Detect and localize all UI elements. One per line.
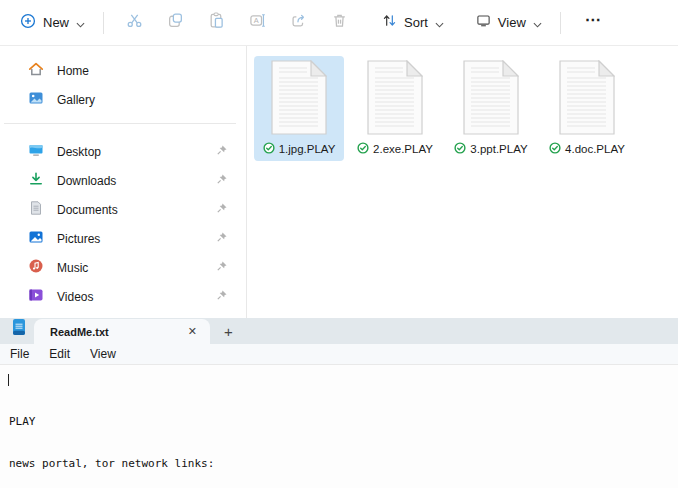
sidebar-item-label: Desktop (57, 145, 203, 159)
document-file-icon (559, 60, 615, 139)
file-label: 1.jpg.PLAY (263, 142, 336, 156)
menu-file[interactable]: File (0, 344, 39, 364)
music-icon (28, 258, 44, 277)
file-explorer-window: New (0, 0, 678, 318)
documents-icon (28, 200, 44, 219)
tab-title: ReadMe.txt (50, 326, 181, 338)
tab-readme[interactable]: ReadMe.txt ✕ (34, 319, 210, 344)
pin-icon (216, 202, 228, 217)
sort-button[interactable]: Sort (374, 7, 452, 38)
copy-icon (167, 12, 184, 33)
check-badge-icon (263, 142, 275, 156)
file-tile-2[interactable]: 2.exe.PLAY (350, 56, 440, 161)
close-tab-button[interactable]: ✕ (181, 323, 204, 340)
text-line: news portal, tor network links: (9, 457, 670, 471)
view-button-label: View (498, 15, 526, 30)
sidebar-item-label: Home (57, 64, 228, 78)
rename-button[interactable]: A (237, 6, 278, 40)
sidebar-item-label: Documents (57, 203, 203, 217)
file-name: 3.ppt.PLAY (470, 143, 527, 155)
view-button[interactable]: View (468, 7, 550, 38)
sidebar-item-label: Downloads (57, 174, 203, 188)
sidebar-item-desktop[interactable]: Desktop (0, 137, 246, 166)
file-label: 3.ppt.PLAY (454, 142, 527, 156)
menu-edit[interactable]: Edit (39, 344, 80, 364)
file-name: 2.exe.PLAY (373, 143, 433, 155)
plus-circle-icon (20, 13, 36, 33)
downloads-icon (28, 171, 44, 190)
text-editor-area[interactable]: PLAY news portal, tor network links: mbr… (0, 365, 678, 488)
gallery-icon (28, 90, 44, 109)
pin-icon (216, 260, 228, 275)
sidebar-separator (4, 123, 236, 124)
share-button[interactable] (278, 6, 319, 40)
chevron-down-icon (533, 14, 542, 32)
new-button-label: New (43, 15, 69, 30)
file-name: 1.jpg.PLAY (279, 143, 336, 155)
explorer-toolbar: New (0, 0, 678, 46)
toolbar-divider (560, 12, 561, 34)
videos-icon (28, 287, 44, 306)
file-tile-4[interactable]: 4.doc.PLAY (542, 56, 632, 161)
pictures-icon (28, 229, 44, 248)
file-list: 1.jpg.PLAY 2.exe.PLAY (247, 46, 678, 318)
sidebar-item-music[interactable]: Music (0, 253, 246, 282)
sidebar-item-gallery[interactable]: Gallery (0, 85, 246, 114)
check-badge-icon (357, 142, 369, 156)
file-tile-1[interactable]: 1.jpg.PLAY (254, 56, 344, 161)
file-label: 2.exe.PLAY (357, 142, 433, 156)
sidebar-item-label: Music (57, 261, 203, 275)
sidebar-item-label: Videos (57, 290, 203, 304)
file-tile-3[interactable]: 3.ppt.PLAY (446, 56, 536, 161)
plus-icon: + (224, 323, 233, 340)
document-file-icon (367, 60, 423, 139)
sidebar-item-label: Pictures (57, 232, 203, 246)
close-icon: ✕ (188, 325, 197, 337)
sort-button-label: Sort (404, 15, 428, 30)
desktop-screenshot: New (0, 0, 678, 488)
rename-icon: A (249, 12, 266, 33)
new-tab-button[interactable]: + (224, 323, 233, 340)
desktop-icon (28, 142, 44, 161)
file-name: 4.doc.PLAY (565, 143, 625, 155)
check-badge-icon (454, 142, 466, 156)
menu-view[interactable]: View (80, 344, 126, 364)
sidebar-item-downloads[interactable]: Downloads (0, 166, 246, 195)
paste-button[interactable] (196, 6, 237, 40)
text-cursor (8, 374, 9, 386)
sidebar-item-label: Gallery (57, 93, 228, 107)
sidebar-item-videos[interactable]: Videos (0, 282, 246, 311)
paste-icon (208, 12, 225, 33)
sidebar-item-home[interactable]: Home (0, 56, 246, 85)
notepad-tab-bar: ReadMe.txt ✕ + (0, 318, 678, 344)
chevron-down-icon (76, 14, 85, 32)
toolbar-divider (103, 12, 104, 34)
svg-text:A: A (254, 16, 259, 25)
chevron-down-icon (435, 14, 444, 32)
monitor-icon (476, 13, 491, 32)
pin-icon (216, 231, 228, 246)
new-button[interactable]: New (12, 7, 93, 39)
notepad-app-icon (12, 318, 26, 340)
file-label: 4.doc.PLAY (549, 142, 625, 156)
delete-button[interactable] (319, 6, 360, 40)
pin-icon (216, 144, 228, 159)
sort-arrows-icon (382, 13, 397, 32)
notepad-window: ReadMe.txt ✕ + File Edit View PLAY news … (0, 318, 678, 488)
sidebar-item-documents[interactable]: Documents (0, 195, 246, 224)
document-file-icon (271, 60, 327, 139)
copy-button[interactable] (155, 6, 196, 40)
check-badge-icon (549, 142, 561, 156)
notepad-menu-bar: File Edit View (0, 344, 678, 365)
pin-icon (216, 173, 228, 188)
document-file-icon (463, 60, 519, 139)
see-more-button[interactable]: ⋯ (571, 10, 616, 35)
sidebar-item-pictures[interactable]: Pictures (0, 224, 246, 253)
ellipsis-icon: ⋯ (585, 11, 602, 28)
text-line: PLAY (9, 415, 670, 429)
pin-icon (216, 289, 228, 304)
scissors-icon (126, 12, 143, 33)
home-icon (28, 61, 44, 80)
cut-button[interactable] (114, 6, 155, 40)
share-icon (290, 12, 307, 33)
